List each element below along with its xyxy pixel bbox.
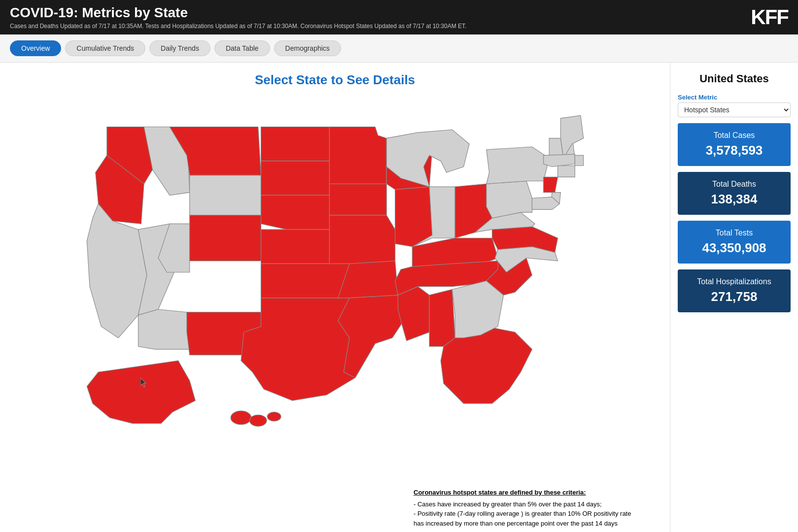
tab-demographics[interactable]: Demographics xyxy=(274,40,341,56)
state-al[interactable] xyxy=(429,289,455,346)
state-fl[interactable] xyxy=(441,327,532,403)
hotspot-criteria-item-1: - Cases have increased by greater than 5… xyxy=(414,500,602,508)
state-hi-2[interactable] xyxy=(249,415,267,426)
hotspot-criteria-item-2: - Positivity rate (7-day rolling average… xyxy=(414,510,631,527)
state-wy[interactable] xyxy=(189,175,261,215)
hotspot-criteria: Coronavirus hotspot states are defined b… xyxy=(414,488,640,528)
state-co[interactable] xyxy=(189,215,261,261)
stat-value-cases: 3,578,593 xyxy=(684,143,785,158)
state-pa[interactable] xyxy=(486,181,532,218)
state-nd[interactable] xyxy=(261,127,329,161)
map-area: Select State to See Details xyxy=(0,63,670,532)
state-ia[interactable] xyxy=(329,184,386,215)
select-metric-label: Select Metric xyxy=(678,94,791,101)
hotspot-criteria-title: Coronavirus hotspot states are defined b… xyxy=(414,488,640,498)
metric-dropdown[interactable]: Hotspot States Total Cases Total Deaths … xyxy=(678,102,791,117)
state-sd[interactable] xyxy=(261,161,329,195)
tab-overview[interactable]: Overview xyxy=(10,40,61,56)
select-state-prompt: Select State to See Details xyxy=(10,72,660,88)
stat-card-total-cases: Total Cases 3,578,593 xyxy=(678,123,791,166)
tab-cumulative-trends[interactable]: Cumulative Trends xyxy=(65,40,145,56)
state-ne[interactable] xyxy=(261,195,329,229)
stat-label-tests: Total Tests xyxy=(684,229,785,237)
stat-label-cases: Total Cases xyxy=(684,131,785,140)
state-mn[interactable] xyxy=(329,127,386,184)
state-ri[interactable] xyxy=(575,155,583,166)
state-ak[interactable] xyxy=(87,361,195,423)
main-content: Select State to See Details xyxy=(0,63,798,532)
tab-daily-trends[interactable]: Daily Trends xyxy=(149,40,210,56)
state-il[interactable] xyxy=(395,187,432,247)
stat-card-total-tests: Total Tests 43,350,908 xyxy=(678,221,791,264)
stat-value-hospitalizations: 271,758 xyxy=(684,289,785,304)
stat-label-hospitalizations: Total Hospitalizations xyxy=(684,277,785,286)
sidebar: United States Select Metric Hotspot Stat… xyxy=(670,63,798,532)
header-left: COVID-19: Metrics by State Cases and Dea… xyxy=(10,5,466,30)
page-title: COVID-19: Metrics by State xyxy=(10,5,466,21)
stat-card-total-hospitalizations: Total Hospitalizations 271,758 xyxy=(678,269,791,312)
state-ca[interactable] xyxy=(87,204,147,338)
state-hi-3[interactable] xyxy=(267,412,281,421)
state-ms[interactable] xyxy=(398,287,429,341)
header: COVID-19: Metrics by State Cases and Dea… xyxy=(0,0,798,34)
kff-logo: KFF xyxy=(751,5,788,29)
select-metric-section: Select Metric Hotspot States Total Cases… xyxy=(678,94,791,117)
stat-value-tests: 43,350,908 xyxy=(684,240,785,256)
us-map-container[interactable] xyxy=(64,93,606,448)
state-az[interactable] xyxy=(138,309,189,349)
state-ks[interactable] xyxy=(261,230,329,264)
nav-tabs: Overview Cumulative Trends Daily Trends … xyxy=(0,34,798,63)
header-subtitle: Cases and Deaths Updated as of 7/17 at 1… xyxy=(10,23,466,30)
state-nj[interactable] xyxy=(543,177,557,192)
state-ct[interactable] xyxy=(557,166,575,177)
state-hi-1[interactable] xyxy=(231,411,251,425)
stat-label-deaths: Total Deaths xyxy=(684,180,785,189)
stat-card-total-deaths: Total Deaths 138,384 xyxy=(678,172,791,215)
tab-data-table[interactable]: Data Table xyxy=(214,40,270,56)
stat-value-deaths: 138,384 xyxy=(684,192,785,207)
sidebar-title: United States xyxy=(678,72,791,85)
us-map-svg[interactable] xyxy=(64,93,606,446)
state-ny[interactable] xyxy=(486,147,549,184)
state-ma[interactable] xyxy=(543,154,575,166)
